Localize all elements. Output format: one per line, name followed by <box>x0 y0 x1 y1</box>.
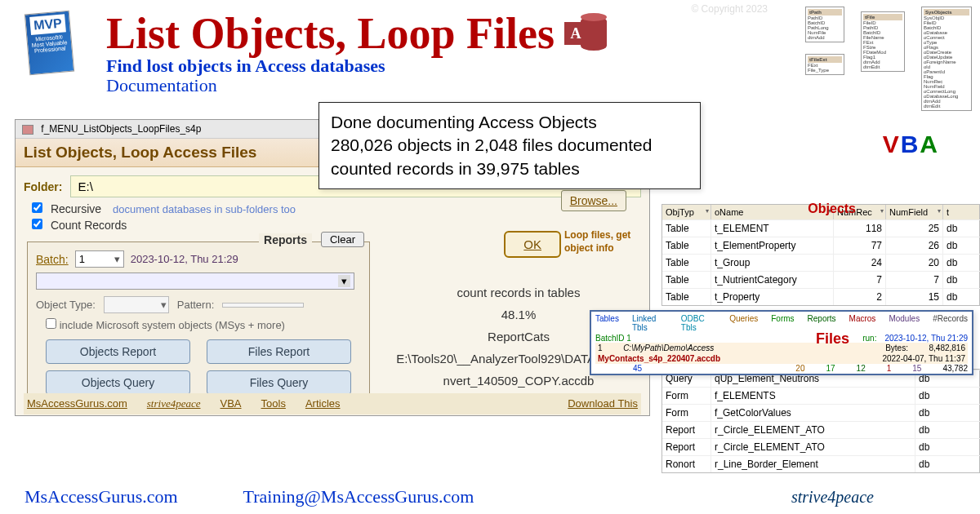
object-select[interactable]: ▾ <box>36 273 354 290</box>
batch-date: 2023-10-12, Thu 21:29 <box>131 253 238 265</box>
table-row[interactable]: Tablet_Property215db <box>662 288 979 305</box>
recursive-checkbox[interactable] <box>32 202 42 213</box>
objects-grid: ObjTyp▾ oName▾ NumRec▾ NumField▾ t Table… <box>662 204 980 306</box>
loop-files-text: Loop files, get object info <box>564 229 643 255</box>
diag-tfile: tFile FileIDPathIDBatchIDFileNameFExtFSi… <box>861 11 905 72</box>
done-line-2: 280,026 objects in 2,048 files documente… <box>331 134 688 157</box>
objects-report-button[interactable]: Objects Report <box>46 339 190 364</box>
files-path: C:\MyPath\Demo\Access <box>623 343 714 352</box>
form-body: Folder: E:\ Browse... Recursive document… <box>16 167 649 415</box>
batch-select[interactable]: 1▾ <box>75 250 124 268</box>
folder-label: Folder: <box>24 180 62 193</box>
diag-tfileext: tFileExt FExtFile_Type <box>805 54 844 75</box>
vba-b: B <box>901 131 920 157</box>
footer-site[interactable]: MsAccessGurus.com <box>24 486 178 507</box>
access-icon: A <box>564 12 607 55</box>
diag-tfile-hdr: tFile <box>863 14 902 20</box>
diag-tpath-hdr: tPath <box>808 9 842 16</box>
title-block: List Objects, Loop Files A Find lost obj… <box>106 8 607 96</box>
objects-overlay-title: Objects <box>808 202 856 216</box>
chevron-down-icon: ▾ <box>114 253 120 265</box>
reports-group: Reports Clear Batch: 1▾ 2023-10-12, Thu … <box>27 241 370 404</box>
table-row[interactable]: Tablet_NutrientCategory77db <box>662 271 979 288</box>
table-row[interactable]: Tablet_ELEMENT11825db <box>662 219 979 237</box>
diag-sysobjects-hdr: SysObjects <box>924 9 969 16</box>
include-msys-checkbox[interactable] <box>46 318 56 329</box>
copyright-text: © Copyright 2023 <box>691 3 768 15</box>
objects-query-button[interactable]: Objects Query <box>46 370 190 395</box>
footer-email[interactable]: Training@MsAccessGurus.com <box>243 486 474 507</box>
col-objtyp[interactable]: ObjTyp▾ <box>662 205 711 219</box>
files-query-button[interactable]: Files Query <box>207 370 351 395</box>
objects-grid-2: QueryqUp_Element_Neutronsdb Formf_ELEMEN… <box>662 369 980 473</box>
link-tools[interactable]: Tools <box>261 397 286 410</box>
object-type-select[interactable]: ▾ <box>104 296 169 313</box>
col-numfield[interactable]: NumField▾ <box>886 205 943 219</box>
files-bytes: 8,482,816 <box>929 343 966 352</box>
table-row[interactable]: Tablet_Group2420db <box>662 254 979 271</box>
pattern-label: Pattern: <box>177 299 215 311</box>
table-row[interactable]: Reportr_Circle_ELEMENT_ATOdb <box>662 438 979 455</box>
diag-tpath: tPath PathIDBatchIDPathLongNumFiledtmAdd <box>805 7 844 42</box>
mvp-badge: MVP Microsoft® Most Valuable Professiona… <box>24 11 74 76</box>
recursive-hint: document databases in sub-folders too <box>113 203 296 215</box>
chevron-down-icon: ▾ <box>161 299 167 311</box>
table-row[interactable]: Formf_GetColorValuesdb <box>662 404 979 421</box>
done-line-1: Done documenting Access Objects <box>331 111 688 134</box>
form-links: MsAccessGurus.com strive4peace VBA Tools… <box>24 393 641 414</box>
include-msys-label: include Microsoft system objects (MSys +… <box>60 319 285 331</box>
files-report-button[interactable]: Files Report <box>207 339 351 364</box>
files-tabs: TablesLinked TblsODBC TblsQueriesFormsRe… <box>595 314 968 332</box>
done-message-box: Done documenting Access Objects 280,026 … <box>318 102 701 189</box>
subtitle-2: Documentation <box>106 75 607 96</box>
pattern-input[interactable] <box>222 303 304 308</box>
status-line-1: count records in tables <box>381 281 656 304</box>
footer: MsAccessGurus.com Training@MsAccessGurus… <box>0 486 980 507</box>
main-title: List Objects, Loop Files A <box>106 8 607 59</box>
files-date: 2022-04-07, Thu 11:37 <box>882 354 965 363</box>
files-filename: MyContacts_s4p_220407.accdb <box>598 354 720 363</box>
recursive-label: Recursive <box>51 202 101 215</box>
relationship-diagram: tPath PathIDBatchIDPathLongNumFiledtmAdd… <box>805 5 977 126</box>
count-records-label: Count Records <box>51 219 127 232</box>
form-icon <box>22 125 33 135</box>
vba-a: A <box>920 131 939 157</box>
diag-tfileext-hdr: tFileExt <box>808 56 842 63</box>
files-report-box: TablesLinked TblsODBC TblsQueriesFormsRe… <box>590 310 973 375</box>
files-batchid: BatchID 1 <box>595 334 631 343</box>
browse-button[interactable]: Browse... <box>561 190 626 211</box>
mvp-big: MVP <box>29 14 65 35</box>
done-line-3: counted records in 39,975 tables <box>331 157 688 180</box>
table-row[interactable]: Ronortr_Line_Border_Elementdb <box>662 455 979 472</box>
reports-legend: Reports <box>259 233 312 246</box>
batch-label: Batch: <box>36 253 69 266</box>
diag-sysobjects: SysObjects SysObjIDFileIDBatchIDoDatabas… <box>921 7 972 111</box>
link-articles[interactable]: Articles <box>305 397 341 410</box>
chevron-down-icon: ▾ <box>338 275 350 287</box>
vba-label: VBA <box>883 131 939 158</box>
count-records-checkbox[interactable] <box>32 219 42 229</box>
object-type-label: Object Type: <box>36 299 96 311</box>
mvp-small: Microsoft® Most Valuable Professional <box>29 33 69 54</box>
link-download[interactable]: Download This <box>568 397 638 410</box>
table-row[interactable]: Tablet_ElementProperty7726db <box>662 237 979 254</box>
col-t[interactable]: t <box>943 205 980 219</box>
vba-v: V <box>883 131 901 157</box>
title-text: List Objects, Loop Files <box>106 8 555 59</box>
link-s4p[interactable]: strive4peace <box>147 397 201 410</box>
clear-button[interactable]: Clear <box>321 232 364 247</box>
link-gurus[interactable]: MsAccessGurus.com <box>27 397 127 410</box>
footer-s4p: strive4peace <box>791 488 874 507</box>
table-row[interactable]: Reportr_Circle_ELEMENT_ATOdb <box>662 421 979 438</box>
form-window-title: f_MENU_ListObjects_LoopFiles_s4p <box>41 123 201 135</box>
table-row[interactable]: Formf_ELEMENTSdb <box>662 387 979 404</box>
ok-button[interactable]: OK <box>504 231 561 258</box>
files-run-date: 2023-10-12, Thu 21:29 <box>884 334 968 343</box>
files-overlay-title: Files <box>816 330 849 348</box>
link-vba[interactable]: VBA <box>220 397 242 410</box>
